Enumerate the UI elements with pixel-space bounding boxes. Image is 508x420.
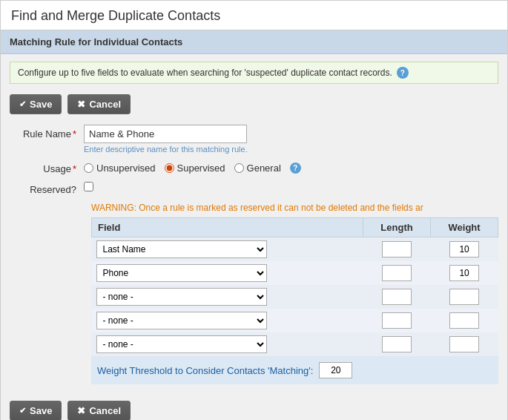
radio-unsupervised-label[interactable]: Unsupervised — [84, 163, 156, 174]
weight-input-4[interactable] — [449, 312, 479, 329]
weight-cell-2 — [431, 261, 498, 285]
reserved-field — [84, 180, 498, 191]
field-select-1[interactable]: Last Name - none - — [96, 240, 267, 258]
page-title: Find and Merge Duplicate Contacts — [1, 1, 507, 30]
warning-text: WARNING: Once a rule is marked as reserv… — [10, 201, 498, 217]
rule-name-field: Enter descriptive name for this matching… — [84, 125, 498, 154]
top-button-bar: ✔ Save ✖ Cancel — [1, 90, 507, 122]
table-row: Last Name - none - — [92, 237, 498, 262]
field-select-4[interactable]: - none - — [96, 312, 267, 329]
threshold-row: Weight Threshold to Consider Contacts 'M… — [91, 356, 498, 384]
save-button-top[interactable]: ✔ Save — [10, 94, 62, 114]
weight-input-3[interactable] — [449, 289, 479, 305]
radio-unsupervised[interactable] — [84, 163, 93, 173]
save-button-bottom[interactable]: ✔ Save — [10, 401, 62, 420]
col-header-field: Field — [92, 218, 363, 237]
x-icon-top: ✖ — [77, 99, 85, 110]
table-row: - none - — [92, 285, 498, 309]
reserved-row: Reserved? — [10, 180, 498, 195]
radio-supervised[interactable] — [165, 163, 174, 173]
rule-name-input[interactable] — [84, 125, 247, 143]
x-icon-bottom: ✖ — [77, 405, 85, 416]
rule-name-hint: Enter descriptive name for this matching… — [84, 145, 498, 154]
rule-name-row: Rule Name* Enter descriptive name for th… — [10, 125, 498, 154]
length-cell-4 — [363, 309, 430, 332]
length-cell-3 — [363, 285, 430, 309]
length-cell-2 — [363, 261, 430, 285]
length-input-4[interactable] — [382, 312, 412, 329]
field-cell-5: - none - — [92, 332, 363, 356]
radio-general-text: General — [247, 163, 281, 174]
length-input-3[interactable] — [382, 289, 412, 305]
weight-input-1[interactable] — [449, 241, 479, 257]
field-cell-3: - none - — [92, 285, 363, 309]
threshold-label: Weight Threshold to Consider Contacts 'M… — [97, 365, 313, 376]
weight-cell-1 — [431, 237, 498, 262]
page-wrapper: Find and Merge Duplicate Contacts Matchi… — [0, 0, 508, 420]
length-cell-5 — [363, 332, 430, 356]
field-select-2[interactable]: Phone - none - — [96, 264, 267, 282]
col-header-weight: Weight — [431, 218, 498, 237]
weight-cell-3 — [431, 285, 498, 309]
field-select-3[interactable]: - none - — [96, 288, 267, 306]
field-select-5[interactable]: - none - — [96, 335, 267, 353]
weight-cell-4 — [431, 309, 498, 332]
info-bar: Configure up to five fields to evaluate … — [10, 62, 498, 84]
field-cell-4: - none - — [92, 309, 363, 332]
weight-cell-5 — [431, 332, 498, 356]
fields-table-wrapper: Field Length Weight Last Name - none - — [91, 217, 498, 356]
table-row: Phone - none - — [92, 261, 498, 285]
rule-name-label: Rule Name* — [10, 125, 84, 140]
length-input-1[interactable] — [382, 241, 412, 257]
info-text: Configure up to five fields to evaluate … — [18, 68, 392, 78]
usage-help-icon[interactable]: ? — [290, 163, 301, 174]
reserved-checkbox[interactable] — [84, 182, 93, 191]
col-header-length: Length — [363, 218, 430, 237]
weight-input-2[interactable] — [449, 265, 479, 281]
table-row: - none - — [92, 332, 498, 356]
radio-supervised-label[interactable]: Supervised — [165, 163, 225, 174]
checkmark-icon-bottom: ✔ — [19, 406, 26, 416]
length-input-5[interactable] — [382, 336, 412, 352]
form-area: Rule Name* Enter descriptive name for th… — [1, 122, 507, 392]
reserved-label: Reserved? — [10, 180, 84, 195]
required-star-name: * — [73, 128, 76, 140]
radio-supervised-text: Supervised — [177, 163, 225, 174]
length-cell-1 — [363, 237, 430, 262]
usage-label: Usage* — [10, 160, 84, 174]
radio-general[interactable] — [234, 163, 244, 173]
field-cell-1: Last Name - none - — [92, 237, 363, 262]
length-input-2[interactable] — [382, 265, 412, 281]
table-row: - none - — [92, 309, 498, 332]
weight-input-5[interactable] — [449, 336, 479, 352]
info-icon[interactable]: ? — [397, 67, 409, 79]
required-star-usage: * — [73, 163, 76, 174]
cancel-button-top[interactable]: ✖ Cancel — [67, 94, 131, 114]
radio-unsupervised-text: Unsupervised — [96, 163, 156, 174]
section-header: Matching Rule for Individual Contacts — [1, 30, 507, 54]
fields-table: Field Length Weight Last Name - none - — [91, 217, 498, 356]
usage-field: Unsupervised Supervised General ? — [84, 160, 498, 174]
cancel-button-bottom[interactable]: ✖ Cancel — [67, 401, 131, 420]
usage-row: Usage* Unsupervised Supervised General ? — [10, 160, 498, 174]
radio-general-label[interactable]: General — [234, 163, 281, 174]
threshold-input[interactable] — [319, 362, 352, 378]
bottom-button-bar: ✔ Save ✖ Cancel — [1, 392, 507, 420]
checkmark-icon: ✔ — [19, 99, 26, 109]
field-cell-2: Phone - none - — [92, 261, 363, 285]
